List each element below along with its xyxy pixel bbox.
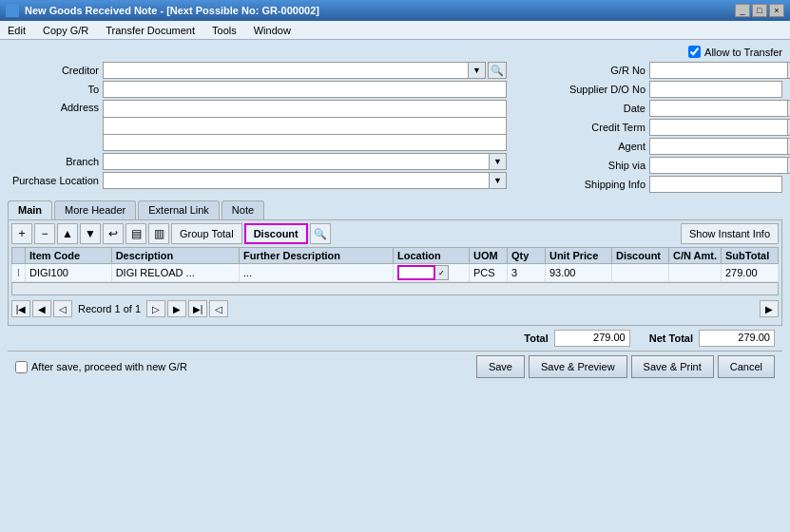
horizontal-scrollbar[interactable]	[11, 282, 779, 295]
move-down-button[interactable]: ▼	[80, 223, 101, 244]
menu-edit[interactable]: Edit	[4, 24, 29, 37]
branch-label: Branch	[8, 156, 103, 167]
move-up-button[interactable]: ▲	[57, 223, 78, 244]
purchase-location-input[interactable]: HQ	[103, 172, 490, 189]
col-item-code: Item Code	[26, 248, 112, 264]
save-button[interactable]: Save	[476, 355, 525, 378]
purchase-location-dropdown-btn[interactable]: ▼	[490, 172, 507, 189]
window-title: New Goods Received Note - [Next Possible…	[25, 5, 319, 16]
address-line3[interactable]	[103, 134, 507, 151]
nav-first-button[interactable]: |◀	[11, 300, 30, 317]
address-line1[interactable]	[103, 100, 507, 117]
col-indicator	[12, 248, 26, 264]
col-location: Location	[393, 248, 469, 264]
to-label: To	[8, 84, 103, 95]
minimize-button[interactable]: _	[735, 4, 750, 17]
supplier-do-input[interactable]	[649, 81, 782, 98]
cell-location[interactable]: HQ ✓	[393, 264, 469, 282]
location-check-btn[interactable]: ✓	[435, 265, 449, 280]
save-print-button[interactable]: Save & Print	[631, 355, 714, 378]
col-description: Description	[111, 248, 239, 264]
menu-tools[interactable]: Tools	[208, 24, 241, 37]
close-button[interactable]: ×	[769, 4, 784, 17]
main-content: Allow to Transfer Creditor ▼ 🔍 To Addres…	[0, 40, 790, 386]
nav-next-button[interactable]: ▶	[167, 300, 186, 317]
after-save-checkbox[interactable]	[15, 361, 28, 373]
table-row: I DIGI100 DIGI RELOAD ... ... HQ ✓ PCS	[12, 264, 779, 282]
menu-window[interactable]: Window	[250, 24, 295, 37]
col-cna: C/N Amt.	[668, 248, 721, 264]
scroll-right-button[interactable]: ▶	[760, 300, 779, 317]
net-total-value: 279.00	[699, 330, 775, 347]
creditor-label: Creditor	[8, 65, 103, 76]
date-input[interactable]: 03/09/2009	[649, 100, 788, 117]
col-subtotal: SubTotal	[722, 248, 779, 264]
address-label: Address	[8, 100, 103, 113]
after-save-label: After save, proceed with new G/R	[31, 361, 187, 372]
save-preview-button[interactable]: Save & Preview	[529, 355, 627, 378]
nav-prev2-button[interactable]: ◁	[53, 300, 72, 317]
tab-more-header[interactable]: More Header	[54, 200, 136, 219]
gr-no-input[interactable]: <<New>>	[649, 62, 788, 79]
cell-item-code[interactable]: DIGI100	[26, 264, 112, 282]
net-total-label: Net Total	[649, 332, 693, 344]
cell-description[interactable]: DIGI RELOAD ...	[111, 264, 239, 282]
ship-via-input[interactable]	[649, 157, 788, 174]
gr-no-label: G/R No	[564, 65, 649, 76]
grid-toolbar: + − ▲ ▼ ↩ ▤ ▥ Group Total Discount 🔍 Sho…	[11, 223, 779, 244]
supplier-do-label: Supplier D/O No	[564, 84, 649, 95]
address-line2[interactable]	[103, 117, 507, 134]
location-input[interactable]: HQ	[397, 265, 435, 280]
undo-button[interactable]: ↩	[103, 223, 124, 244]
nav-prev-button[interactable]: ◀	[32, 300, 51, 317]
tab-note[interactable]: Note	[222, 200, 264, 219]
cell-uom[interactable]: PCS	[469, 264, 507, 282]
col-qty: Qty	[507, 248, 545, 264]
tab-external-link[interactable]: External Link	[138, 200, 220, 219]
col-further-desc: Further Description	[239, 248, 393, 264]
discount-button[interactable]: Discount	[244, 223, 308, 244]
menu-transfer-document[interactable]: Transfer Document	[102, 24, 199, 37]
show-instant-info-button[interactable]: Show Instant Info	[681, 223, 779, 244]
creditor-search-btn[interactable]: 🔍	[488, 62, 507, 79]
creditor-input[interactable]	[103, 62, 469, 79]
title-bar: New Goods Received Note - [Next Possible…	[0, 0, 790, 21]
creditor-dropdown-btn[interactable]: ▼	[469, 62, 486, 79]
tab-main[interactable]: Main	[8, 200, 52, 219]
col-uom: UOM	[469, 248, 507, 264]
cell-further-desc[interactable]: ...	[239, 264, 393, 282]
layout1-button[interactable]: ▤	[125, 223, 146, 244]
branch-input[interactable]	[103, 153, 490, 170]
group-total-button[interactable]: Group Total	[171, 223, 242, 244]
total-value: 279.00	[554, 330, 630, 347]
cell-subtotal[interactable]: 279.00	[722, 264, 779, 282]
shipping-info-input[interactable]	[649, 176, 782, 193]
menu-bar: Edit Copy G/R Transfer Document Tools Wi…	[0, 21, 790, 40]
record-label: Record 1 of 1	[78, 303, 141, 314]
date-label: Date	[564, 103, 649, 114]
allow-transfer-checkbox[interactable]	[688, 46, 701, 58]
to-input[interactable]	[103, 81, 507, 98]
col-discount: Discount	[611, 248, 668, 264]
cell-cna[interactable]	[668, 264, 721, 282]
remove-row-button[interactable]: −	[34, 223, 55, 244]
add-row-button[interactable]: +	[11, 223, 32, 244]
cancel-button[interactable]: Cancel	[718, 355, 775, 378]
data-grid: Item Code Description Further Descriptio…	[11, 247, 779, 282]
nav-next2-button[interactable]: ▷	[146, 300, 165, 317]
cell-unit-price[interactable]: 93.00	[545, 264, 611, 282]
cell-qty[interactable]: 3	[507, 264, 545, 282]
maximize-button[interactable]: □	[752, 4, 767, 17]
menu-copy-gr[interactable]: Copy G/R	[39, 24, 92, 37]
nav-last-button[interactable]: ▶|	[188, 300, 207, 317]
row-indicator: I	[12, 264, 26, 282]
search-button[interactable]: 🔍	[310, 223, 331, 244]
branch-dropdown-btn[interactable]: ▼	[490, 153, 507, 170]
record-navigation: |◀ ◀ ◁ Record 1 of 1 ▷ ▶ ▶| ◁	[11, 297, 228, 320]
purchase-location-label: Purchase Location	[8, 175, 103, 186]
credit-term-input[interactable]	[649, 119, 788, 136]
nav-new-button[interactable]: ◁	[209, 300, 228, 317]
cell-discount[interactable]	[611, 264, 668, 282]
agent-input[interactable]	[649, 138, 788, 155]
layout2-button[interactable]: ▥	[148, 223, 169, 244]
